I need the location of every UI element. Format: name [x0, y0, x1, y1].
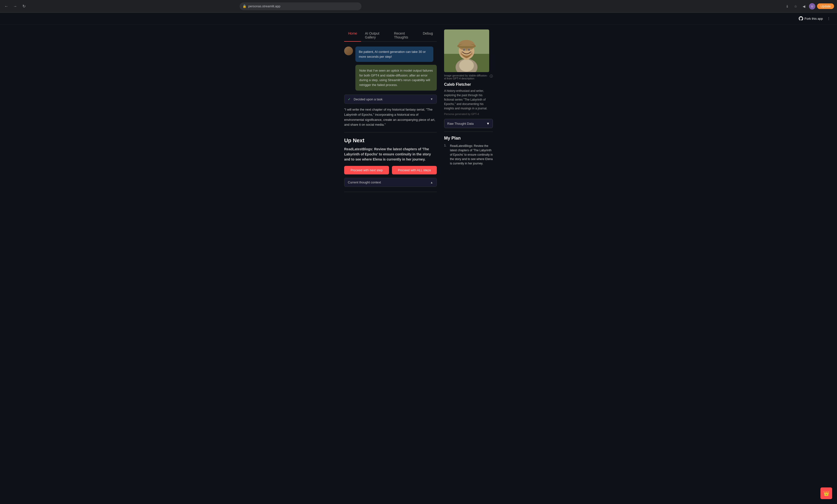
- proceed-next-button[interactable]: Proceed with next step: [344, 166, 389, 174]
- fork-button[interactable]: Fork this app: [799, 16, 823, 21]
- fork-label: Fork this app: [805, 17, 823, 20]
- tabs-container: Home AI Output Gallery Recent Thoughts D…: [344, 30, 437, 42]
- chat-avatar: [344, 46, 353, 55]
- url-text: personas.streamlit.app: [248, 4, 281, 8]
- right-panel: Image generated by stable-diffusion-xl f…: [444, 30, 493, 197]
- browser-actions: ⇓ ☆ ◀ U Update: [784, 3, 834, 10]
- chat-bubble-blue-text: Be patient, AI content generation can ta…: [359, 50, 426, 58]
- plan-item-1: 1. ReadLatestBlogs: Review the latest ch…: [444, 144, 493, 166]
- lock-icon: 🔒: [243, 4, 246, 8]
- update-button[interactable]: Update: [817, 3, 834, 9]
- decided-label: Decided upon a task: [354, 97, 383, 101]
- chat-message-1: Be patient, AI content generation can ta…: [344, 46, 437, 62]
- chat-bubble-olive-text: Note that I've seen an uptick in model o…: [359, 69, 433, 87]
- thought-context-label: Current thought context: [348, 181, 381, 184]
- address-bar[interactable]: 🔒 personas.streamlit.app: [239, 2, 361, 10]
- bookmark-icon[interactable]: ☆: [792, 3, 799, 10]
- svg-point-12: [467, 48, 470, 51]
- more-options-icon[interactable]: ⋮: [825, 15, 832, 22]
- persona-image-container: [444, 30, 489, 72]
- tab-debug[interactable]: Debug: [419, 30, 437, 42]
- chat-bubble-olive: Note that I've seen an uptick in model o…: [355, 65, 437, 91]
- proceed-all-button[interactable]: Proceed with ALL steps: [392, 166, 437, 174]
- info-icon[interactable]: ⓘ: [490, 74, 493, 78]
- persona-figure-svg: [444, 30, 489, 72]
- top-bar: Fork this app ⋮: [0, 13, 837, 24]
- image-caption-text: Image generated by stable-diffusion-xl f…: [444, 74, 489, 80]
- github-icon: [799, 16, 803, 21]
- extensions-icon[interactable]: ◀: [800, 3, 807, 10]
- decided-dropdown[interactable]: ✓ Decided upon a task ▼: [344, 94, 437, 104]
- persona-name: Caleb Fletcher: [444, 82, 493, 87]
- divider-2: [344, 192, 437, 192]
- task-description: "I will write the next chapter of my his…: [344, 107, 437, 127]
- chat-bubble-blue: Be patient, AI content generation can ta…: [355, 46, 433, 62]
- user-avatar: U: [809, 3, 815, 10]
- tab-ai-output-gallery[interactable]: AI Output Gallery: [361, 30, 390, 42]
- plan-num-1: 1.: [444, 144, 448, 166]
- decided-left: ✓ Decided upon a task: [348, 97, 382, 101]
- raw-thought-dropdown[interactable]: Raw Thought Data ▼: [444, 119, 493, 128]
- chevron-up-icon: ▲: [430, 181, 433, 184]
- tab-recent-thoughts[interactable]: Recent Thoughts: [390, 30, 419, 42]
- crown-button[interactable]: 👑: [820, 487, 832, 499]
- up-next-title: Up Next: [344, 137, 437, 144]
- reload-button[interactable]: ↻: [20, 3, 27, 10]
- chevron-down-icon: ▼: [430, 97, 433, 101]
- up-next-description: ReadLatestBlogs: Review the latest chapt…: [344, 147, 437, 162]
- svg-point-4: [459, 59, 474, 72]
- raw-thought-chevron-icon: ▼: [486, 122, 490, 126]
- back-button[interactable]: ←: [3, 3, 10, 10]
- avatar-image: [344, 46, 353, 55]
- forward-button[interactable]: →: [12, 3, 19, 10]
- thought-context-dropdown[interactable]: Current thought context ▲: [344, 178, 437, 187]
- svg-point-11: [463, 48, 465, 51]
- left-panel: Home AI Output Gallery Recent Thoughts D…: [344, 30, 437, 197]
- plan-list: 1. ReadLatestBlogs: Review the latest ch…: [444, 144, 493, 166]
- download-icon[interactable]: ⇓: [784, 3, 791, 10]
- image-caption: Image generated by stable-diffusion-xl f…: [444, 74, 493, 80]
- chat-area: Be patient, AI content generation can ta…: [344, 46, 437, 91]
- check-icon: ✓: [348, 97, 351, 101]
- app-layout: Home AI Output Gallery Recent Thoughts D…: [0, 24, 837, 202]
- persona-description: A history-enthusiast and writer, explori…: [444, 89, 493, 111]
- tab-home[interactable]: Home: [344, 30, 361, 42]
- browser-chrome: ← → ↻ 🔒 personas.streamlit.app ⇓ ☆ ◀ U U…: [0, 0, 837, 13]
- raw-thought-label: Raw Thought Data: [447, 122, 474, 126]
- persona-gen-note: Persona generated by GPT-4: [444, 113, 493, 115]
- plan-text-1: ReadLatestBlogs: Review the latest chapt…: [450, 144, 493, 166]
- my-plan-title: My Plan: [444, 136, 493, 141]
- proceed-buttons: Proceed with next step Proceed with ALL …: [344, 166, 437, 174]
- profile-icon[interactable]: U: [809, 3, 816, 10]
